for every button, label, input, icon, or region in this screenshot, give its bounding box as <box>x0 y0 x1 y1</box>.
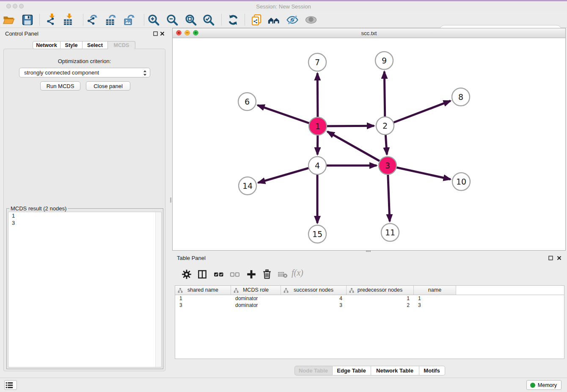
open-file-button[interactable] <box>3 14 15 26</box>
graph-edge-3-1[interactable] <box>328 132 388 166</box>
close-panel-icon[interactable] <box>160 31 165 36</box>
network-window-titlebar[interactable]: scc.txt <box>173 28 565 38</box>
table-cell[interactable]: 4 <box>281 295 347 302</box>
show-all-icon <box>305 14 317 26</box>
column-header-name[interactable]: name <box>414 286 456 295</box>
table-row[interactable]: 1dominator411 <box>175 295 564 302</box>
graph-node-1[interactable]: 1 <box>309 117 327 135</box>
tab-network-table[interactable]: Network Table <box>371 366 419 375</box>
column-header-predecessor-nodes[interactable]: predecessor nodes <box>347 286 414 295</box>
unselect-all-icon <box>229 269 240 280</box>
optimization-criterion-label: Optimization criterion: <box>4 58 165 64</box>
float-panel-icon[interactable] <box>153 31 158 36</box>
toolbar-separator <box>245 14 245 25</box>
open-file-icon <box>3 14 15 26</box>
graph-node-6[interactable]: 6 <box>238 93 256 110</box>
memory-button[interactable]: Memory <box>526 380 561 390</box>
task-history-button[interactable] <box>4 380 17 390</box>
unselect-all-button[interactable] <box>229 269 240 280</box>
graph-node-10[interactable]: 10 <box>452 173 470 190</box>
graph-node-7[interactable]: 7 <box>308 53 326 71</box>
function-builder-button[interactable]: f(x) <box>292 268 303 278</box>
zoom-fit-button[interactable] <box>184 14 197 26</box>
table-cell[interactable]: 3 <box>175 302 231 309</box>
graph-node-9[interactable]: 9 <box>375 52 393 69</box>
run-mcds-button[interactable]: Run MCDS <box>40 81 80 91</box>
show-all-button[interactable] <box>305 14 317 26</box>
graph-node-8[interactable]: 8 <box>452 88 470 106</box>
graph-node-14[interactable]: 14 <box>239 177 256 195</box>
table-cell[interactable]: 1 <box>175 295 231 302</box>
memory-label: Memory <box>538 382 557 388</box>
delete-row-button[interactable] <box>261 269 272 280</box>
graph-node-label: 11 <box>385 228 395 237</box>
graph-node-3[interactable]: 3 <box>379 157 396 174</box>
tab-select[interactable]: Select <box>83 41 108 49</box>
zoom-out-button[interactable] <box>166 14 179 26</box>
column-type-icon <box>234 288 239 293</box>
graph-edge-3-10[interactable] <box>388 166 451 179</box>
show-columns-icon <box>197 269 208 280</box>
network-canvas[interactable]: 7968124314101511 <box>173 38 565 250</box>
duplicate-network-button[interactable] <box>250 14 263 26</box>
splitter-grip[interactable] <box>366 251 371 252</box>
table-cell[interactable]: dominator <box>231 302 281 309</box>
close-panel-icon[interactable] <box>557 256 561 260</box>
column-header-successor-nodes[interactable]: successor nodes <box>281 286 347 295</box>
table-cell[interactable]: dominator <box>231 295 281 302</box>
import-table-button[interactable] <box>62 14 74 26</box>
table-cell[interactable]: 3 <box>414 302 456 309</box>
delete-table-icon <box>277 269 288 280</box>
delete-table-button[interactable] <box>277 269 288 280</box>
save-session-button[interactable] <box>21 14 34 26</box>
tab-style[interactable]: Style <box>61 41 83 49</box>
table-cell[interactable]: 3 <box>281 302 347 309</box>
select-stepper-icon <box>143 70 147 76</box>
tab-node-table[interactable]: Node Table <box>295 366 333 375</box>
add-row-button[interactable] <box>246 269 257 280</box>
graph-node-2[interactable]: 2 <box>376 117 394 135</box>
mcds-result-list[interactable]: 13 <box>8 212 162 367</box>
graph-node-4[interactable]: 4 <box>308 157 326 174</box>
float-panel-icon[interactable] <box>548 256 553 260</box>
export-network-button[interactable] <box>86 14 99 26</box>
close-panel-button[interactable]: Close panel <box>86 81 130 91</box>
table-cell[interactable]: 1 <box>414 295 456 302</box>
show-columns-button[interactable] <box>197 269 208 280</box>
hide-selected-button[interactable] <box>286 14 299 26</box>
graph-node-15[interactable]: 15 <box>308 225 326 243</box>
graph-edge-2-8[interactable] <box>385 101 451 126</box>
select-all-button[interactable] <box>213 269 224 280</box>
table-cell[interactable]: 2 <box>347 302 414 309</box>
node-table: shared nameMCDS rolesuccessor nodesprede… <box>175 285 564 359</box>
export-image-button[interactable] <box>123 14 136 26</box>
splitter-grip[interactable] <box>170 197 171 203</box>
graph-node-label: 8 <box>458 92 463 102</box>
first-neighbors-button[interactable] <box>267 14 280 26</box>
mcds-panel: Optimization criterion: strongly connect… <box>3 49 165 371</box>
table-panel-tabs: Node TableEdge TableNetwork TableMotifs <box>172 366 567 375</box>
column-header-MCDS-role[interactable]: MCDS role <box>231 286 281 295</box>
criterion-select[interactable]: strongly connected component <box>19 68 150 77</box>
result-scrollbar[interactable] <box>155 212 161 367</box>
toolbar-separator <box>144 14 144 25</box>
tab-network[interactable]: Network <box>33 41 61 49</box>
graph-node-label: 14 <box>242 181 253 190</box>
column-header-shared-name[interactable]: shared name <box>175 286 231 295</box>
table-row[interactable]: 3dominator323 <box>175 302 564 309</box>
table-settings-button[interactable] <box>181 269 192 280</box>
control-panel-title: Control Panel <box>5 30 39 37</box>
tab-motifs[interactable]: Motifs <box>419 366 445 375</box>
zoom-in-button[interactable] <box>147 14 160 26</box>
export-table-button[interactable] <box>105 14 117 26</box>
tab-mcds[interactable]: MCDS <box>108 41 135 49</box>
import-network-button[interactable] <box>44 14 57 26</box>
tab-edge-table[interactable]: Edge Table <box>333 366 371 375</box>
graph-edge-1-6[interactable] <box>258 105 318 127</box>
zoom-out-icon <box>166 14 179 26</box>
graph-node-11[interactable]: 11 <box>381 224 399 241</box>
vertical-splitter[interactable] <box>169 28 172 378</box>
apply-layout-button[interactable] <box>227 14 239 26</box>
table-cell[interactable]: 1 <box>347 295 414 302</box>
zoom-selected-button[interactable] <box>202 14 215 26</box>
